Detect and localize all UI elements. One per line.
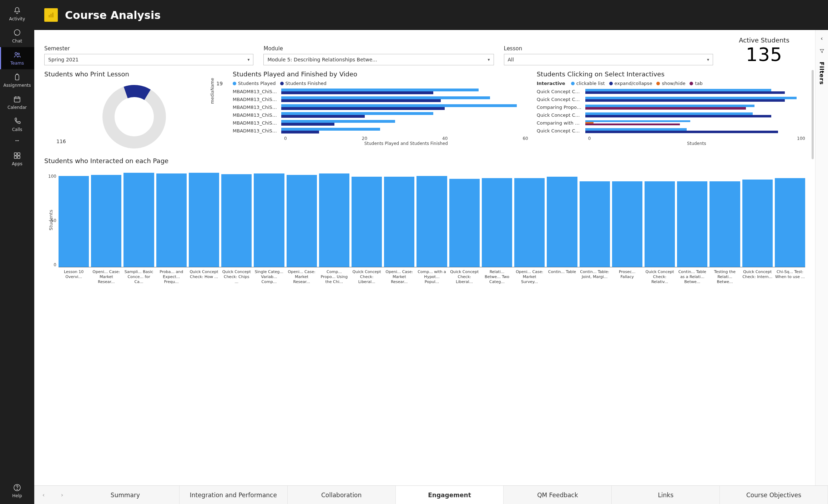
hbar-label: MBADM813_ChiSqu... <box>233 89 281 94</box>
y-axis: Students 100 50 0 <box>44 167 59 267</box>
hbar-row: Quick Concept Check:... <box>537 111 805 119</box>
legend-item: show/hide <box>656 81 685 86</box>
y-axis-label: Students <box>48 210 54 231</box>
hbar-row: Quick Concept Check:... <box>537 87 805 95</box>
x-category: Contin... Table: Joint, Margi... <box>580 269 610 284</box>
report-area: Semester Spring 2021 ▾ Module Module 5: … <box>34 30 828 485</box>
x-category: Quick Concept Check: Intern... <box>742 269 773 284</box>
x-category: Quick Concept Check: How ... <box>189 269 219 284</box>
donut-label-a: 116 <box>56 138 66 144</box>
column-bar <box>482 178 512 267</box>
tab-next-button[interactable]: › <box>53 486 71 504</box>
rail-apps[interactable]: Apps <box>0 148 34 170</box>
tab-links[interactable]: Links <box>612 486 720 504</box>
hbar-row: MBADM813_ChiSqu... <box>233 119 528 127</box>
chevron-down-icon: ▾ <box>247 57 249 62</box>
x-category: Proba... and Expect... Frequ... <box>156 269 187 284</box>
chart-page-interactions[interactable]: Students who Interacted on each Page Stu… <box>44 157 805 485</box>
expand-filters-button[interactable]: ‹ <box>821 35 823 42</box>
slicer-module-dropdown[interactable]: Module 5: Describing Relationships Betwe… <box>263 54 494 65</box>
column-bar <box>449 179 480 267</box>
scrollbar-thumb[interactable] <box>812 70 814 159</box>
x-tick: 100 <box>797 136 805 141</box>
svg-point-16 <box>108 91 160 142</box>
y-tick: 0 <box>54 262 56 267</box>
legend: Interactive clickable listexpand/collaps… <box>537 81 805 86</box>
slicer-value: All <box>508 57 514 62</box>
hbar-row: MBADM813_ChiSqu... <box>233 95 528 103</box>
y-axis-label: mediaName <box>210 78 215 104</box>
hbar-label: Comparing Proportio... <box>537 105 585 110</box>
rail-help[interactable]: Help <box>0 480 34 502</box>
hbar-label: MBADM813_ChiSqu... <box>233 97 281 102</box>
hbar-row: Quick Concept Check:... <box>537 95 805 103</box>
hbar-label: MBADM813_ChiSqu... <box>233 112 281 118</box>
column-bar <box>123 173 154 267</box>
tab-summary[interactable]: Summary <box>71 486 180 504</box>
rail-label: Apps <box>12 161 22 166</box>
card-title: Active Students <box>723 36 805 44</box>
hbar-label: MBADM813_ChiSqu... <box>233 105 281 110</box>
x-category: Quick Concept Check: Liberal... <box>449 269 480 284</box>
hbar-label: Comparing with a Hy... <box>537 120 585 126</box>
hbar-track <box>281 89 528 94</box>
rail-label: Assignments <box>4 83 31 88</box>
page-title: Course Analysis <box>65 9 161 21</box>
x-category: Testing the Relati... Betwe... <box>710 269 740 284</box>
tab-course-objectives[interactable]: Course Objectives <box>720 486 828 504</box>
chevron-down-icon: ▾ <box>488 57 490 62</box>
rail-chat[interactable]: Chat <box>0 25 34 47</box>
column-bar <box>352 177 382 267</box>
chart-title: Students Played and Finished by Video <box>233 70 528 78</box>
chart-title: Students who Interacted on each Page <box>44 157 805 165</box>
rail-calendar[interactable]: Calendar <box>0 91 34 114</box>
chevron-down-icon: ▾ <box>707 57 709 62</box>
legend: Students Played Students Finished <box>233 81 528 86</box>
rail-calls[interactable]: Calls <box>0 114 34 136</box>
hbar-row: Comparing Proportio... <box>537 103 805 111</box>
tab-prev-button[interactable]: ‹ <box>34 486 53 504</box>
column-bar <box>221 174 252 267</box>
backpack-icon <box>13 73 21 81</box>
rail-label: Help <box>12 493 22 498</box>
tab-integration-and-performance[interactable]: Integration and Performance <box>180 486 288 504</box>
x-tick: 20 <box>362 136 367 141</box>
card-value: 135 <box>723 44 805 65</box>
slicer-value: Module 5: Describing Relationships Betwe… <box>267 57 377 62</box>
hbar-label: Quick Concept Check:... <box>537 97 585 102</box>
svg-rect-10 <box>17 156 20 158</box>
rail-more[interactable] <box>0 136 34 148</box>
rail-teams[interactable]: Teams <box>0 47 34 69</box>
hbar-row: Quick Concept Check:... <box>537 127 805 135</box>
x-category: Quick Concept Check: Chips ... <box>221 269 252 284</box>
x-category: Lesson 10 Overvi... <box>59 269 89 284</box>
rail-activity[interactable]: Activity <box>0 3 34 25</box>
svg-rect-15 <box>52 12 53 17</box>
legend-item: clickable list <box>571 81 605 86</box>
chart-donut[interactable]: Students who Print Lesson 19 116 <box>44 70 224 151</box>
filter-icon[interactable] <box>819 48 825 54</box>
x-category: Quick Concept Check: Relativ... <box>645 269 675 284</box>
hbar-track <box>585 89 805 94</box>
slicer-semester: Semester Spring 2021 ▾ <box>44 45 253 65</box>
chart-played-finished[interactable]: Students Played and Finished by Video St… <box>233 70 528 151</box>
x-category: Chi-Sq... Test: When to use ... <box>775 269 805 284</box>
topbar: Course Analysis <box>34 0 828 30</box>
svg-rect-14 <box>50 14 51 17</box>
help-icon <box>13 483 21 492</box>
chart-interactives[interactable]: Students Clicking on Select Interactives… <box>537 70 805 151</box>
tab-engagement[interactable]: Engagement <box>396 486 504 504</box>
tab-collaboration[interactable]: Collaboration <box>288 486 396 504</box>
rail-assignments[interactable]: Assignments <box>0 69 34 91</box>
column-bar <box>59 176 89 267</box>
column-bar <box>775 178 805 267</box>
apps-icon <box>13 151 21 160</box>
tab-qm-feedback[interactable]: QM Feedback <box>504 486 612 504</box>
canvas: Semester Spring 2021 ▾ Module Module 5: … <box>34 30 815 485</box>
x-category: Openi... Case: Market Resear... <box>91 269 121 284</box>
hbar-label: Quick Concept Check:... <box>537 89 585 94</box>
slicer-semester-dropdown[interactable]: Spring 2021 ▾ <box>44 54 253 65</box>
column-bar <box>742 180 773 267</box>
slicer-lesson-dropdown[interactable]: All ▾ <box>504 54 713 65</box>
legend-title: Interactive <box>537 81 565 86</box>
